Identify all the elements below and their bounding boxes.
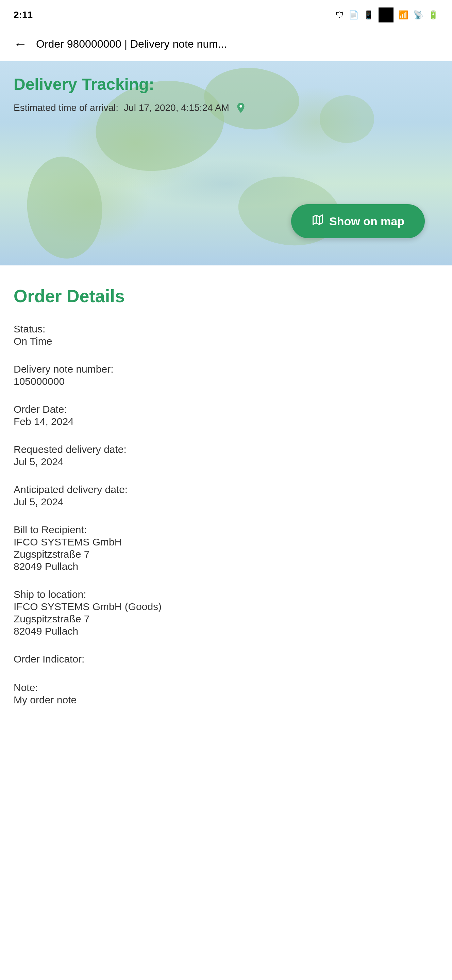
anticipated-delivery-block: Anticipated delivery date: Jul 5, 2024 — [14, 484, 438, 508]
ship-to-line1: IFCO SYSTEMS GmbH (Goods) — [14, 601, 438, 612]
phone-icon: 📱 — [363, 10, 374, 20]
ship-to-line3: 82049 Pullach — [14, 625, 438, 637]
delivery-tracking-section: Delivery Tracking: Estimated time of arr… — [0, 61, 452, 114]
delivery-note-label: Delivery note number: — [14, 363, 438, 375]
delivery-note-value: 105000000 — [14, 375, 438, 387]
order-date-label: Order Date: — [14, 404, 438, 415]
svg-point-1 — [239, 105, 242, 108]
bill-to-line2: Zugspitzstraße 7 — [14, 549, 438, 560]
bill-to-block: Bill to Recipient: IFCO SYSTEMS GmbH Zug… — [14, 524, 438, 572]
order-date-block: Order Date: Feb 14, 2024 — [14, 404, 438, 427]
status-bar: 2:11 🛡 📄 📱 📶 📡 🔋 — [0, 0, 452, 27]
ship-to-line2: Zugspitzstraße 7 — [14, 613, 438, 625]
map-section: Delivery Tracking: Estimated time of arr… — [0, 61, 452, 266]
anticipated-delivery-label: Anticipated delivery date: — [14, 484, 438, 495]
shield-icon: 🛡 — [336, 10, 344, 20]
battery-icon: 🔋 — [428, 10, 438, 20]
map-button-icon — [312, 214, 324, 229]
bill-to-label: Bill to Recipient: — [14, 524, 438, 536]
anticipated-delivery-value: Jul 5, 2024 — [14, 496, 438, 508]
ship-to-label: Ship to location: — [14, 589, 438, 600]
top-navigation: ← Order 980000000 | Delivery note num... — [0, 27, 452, 61]
order-indicator-label: Order Indicator: — [14, 653, 438, 665]
page-title: Order 980000000 | Delivery note num... — [36, 38, 442, 50]
signal-icon: 📡 — [413, 10, 423, 20]
status-block: Status: On Time — [14, 323, 438, 347]
wifi-icon: 📶 — [398, 10, 408, 20]
note-label: Note: — [14, 682, 438, 694]
back-button[interactable]: ← — [10, 34, 31, 54]
show-on-map-button[interactable]: Show on map — [291, 204, 425, 238]
order-indicator-block: Order Indicator: — [14, 653, 438, 666]
bill-to-line1: IFCO SYSTEMS GmbH — [14, 536, 438, 548]
requested-delivery-value: Jul 5, 2024 — [14, 456, 438, 468]
status-time: 2:11 — [14, 10, 33, 21]
order-date-value: Feb 14, 2024 — [14, 416, 438, 427]
camera-circle — [379, 8, 393, 22]
status-icons: 🛡 📄 📱 📶 📡 🔋 — [336, 8, 438, 22]
order-details-title: Order Details — [14, 286, 438, 306]
note-block: Note: My order note — [14, 682, 438, 706]
document-icon: 📄 — [349, 10, 359, 20]
status-label: Status: — [14, 323, 438, 335]
show-on-map-label: Show on map — [329, 215, 404, 228]
note-value: My order note — [14, 694, 438, 706]
status-value: On Time — [14, 336, 438, 347]
ship-to-block: Ship to location: IFCO SYSTEMS GmbH (Goo… — [14, 589, 438, 637]
location-pin-icon — [235, 102, 247, 114]
order-details-section: Order Details Status: On Time Delivery n… — [0, 266, 452, 736]
bill-to-line3: 82049 Pullach — [14, 561, 438, 572]
back-arrow-icon: ← — [14, 37, 27, 52]
delivery-tracking-title: Delivery Tracking: — [14, 75, 438, 94]
requested-delivery-label: Requested delivery date: — [14, 444, 438, 455]
delivery-note-block: Delivery note number: 105000000 — [14, 363, 438, 387]
eta-label: Estimated time of arrival: — [14, 102, 118, 113]
requested-delivery-block: Requested delivery date: Jul 5, 2024 — [14, 444, 438, 468]
eta-row: Estimated time of arrival: Jul 17, 2020,… — [14, 102, 438, 114]
eta-value: Jul 17, 2020, 4:15:24 AM — [124, 102, 229, 113]
